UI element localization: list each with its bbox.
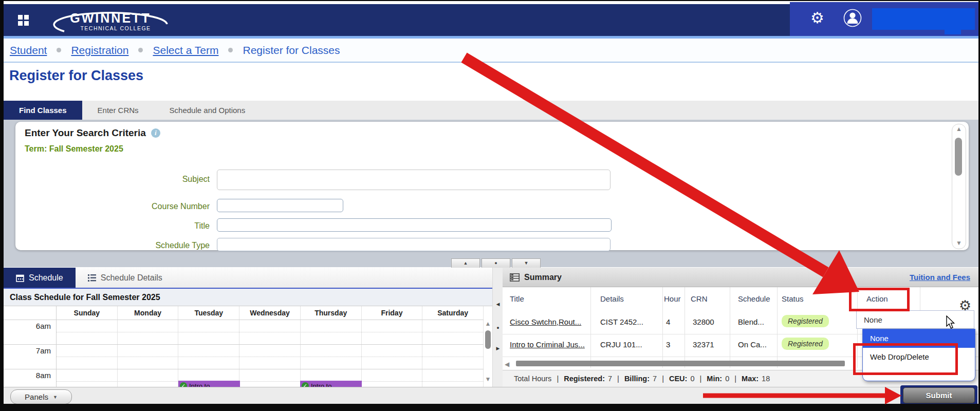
search-criteria-heading: Enter Your Search Criteria (25, 127, 146, 139)
event-link[interactable]: Intro to (311, 382, 331, 387)
bottom-bar: Panels ▼ Submit (4, 387, 978, 404)
frame-border (0, 0, 980, 1)
frame-border (0, 0, 4, 411)
event-link[interactable]: Intro to (189, 382, 210, 387)
panels-button-label: Panels (25, 393, 48, 401)
summary-title: Summary (524, 273, 562, 282)
scrollbar-thumb[interactable] (485, 330, 491, 349)
title-input[interactable] (217, 218, 612, 232)
selected-term-label: Term: Fall Semester 2025 (25, 144, 123, 154)
tab-schedule-details[interactable]: Schedule Details (76, 268, 175, 288)
title-label: Title (15, 221, 210, 231)
tab-schedule[interactable]: Schedule (4, 268, 76, 288)
tab-enter-crns[interactable]: Enter CRNs (82, 101, 154, 120)
day-header: Friday (362, 306, 423, 320)
pane-collapse-left-button[interactable]: ◀ (493, 302, 503, 307)
caret-down-icon: ▼ (53, 395, 58, 400)
main-tab-bar: Find Classes Enter CRNs Schedule and Opt… (4, 101, 978, 120)
action-select[interactable]: None (856, 310, 974, 329)
tab-find-classes[interactable]: Find Classes (4, 101, 82, 120)
column-header-status: Status (782, 294, 804, 303)
schedule-details-tab-label: Schedule Details (101, 273, 162, 283)
day-header: Monday (118, 306, 179, 320)
schedule-type-label: Schedule Type (15, 241, 210, 250)
summary-header: Summary Tuition and Fees (503, 268, 978, 287)
scroll-up-icon[interactable]: ▲ (484, 319, 492, 328)
tab-schedule-and-options[interactable]: Schedule and Options (154, 101, 261, 120)
day-header: Thursday (301, 306, 362, 320)
top-navbar: GWINNETT TECHNICAL COLLEGE ⚙ (4, 4, 978, 36)
breadcrumb-separator-icon (228, 48, 233, 52)
status-badge: Registered (782, 338, 829, 350)
schedule-tab-label: Schedule (29, 273, 63, 283)
scroll-down-icon[interactable]: ▼ (484, 375, 492, 384)
pane-restore-button[interactable]: ● (482, 258, 510, 268)
list-icon (88, 274, 96, 282)
course-title-link[interactable]: Intro to Criminal Jus... (510, 340, 585, 349)
scroll-down-icon[interactable]: ▼ (952, 238, 966, 248)
pane-restore-button[interactable]: ● (493, 325, 503, 330)
time-label: 8am (4, 369, 57, 387)
column-header-crn: CRN (691, 294, 708, 303)
schedule-event-thursday[interactable]: ✓ Intro to (300, 381, 362, 387)
course-details: CRJU 101... (600, 340, 642, 349)
subject-input[interactable] (217, 170, 611, 190)
user-name-redaction (872, 8, 975, 30)
breadcrumb-registration[interactable]: Registration (71, 44, 128, 57)
action-dropdown-list: None Web Drop/Delete (862, 329, 975, 381)
breadcrumb-select-a-term[interactable]: Select a Term (153, 44, 218, 57)
time-label: 6am (4, 320, 57, 344)
column-header-hours: Hour (664, 294, 683, 303)
summary-horizontal-scrollbar[interactable]: ◀ (505, 360, 864, 367)
pane-collapse-right-button[interactable]: ▶ (493, 346, 503, 351)
totals-prefix: Total Hours (514, 375, 551, 383)
summary-icon (510, 273, 520, 282)
schedule-panel: Schedule Schedule Details Class Schedule… (4, 268, 492, 387)
subject-label: Subject (15, 175, 210, 184)
submit-button[interactable]: Submit (903, 387, 975, 403)
gwinnett-logo[interactable]: GWINNETT TECHNICAL COLLEGE (50, 7, 173, 38)
pane-splitter[interactable]: ◀ ● ▶ (492, 268, 504, 387)
check-icon: ✓ (302, 382, 309, 387)
course-number-label: Course Number (15, 202, 210, 211)
course-hours: 4 (666, 317, 670, 326)
course-title-link[interactable]: Cisco Swtchn,Rout... (510, 317, 581, 326)
schedule-caption: Class Schedule for Fall Semester 2025 (4, 289, 492, 306)
course-number-input[interactable] (217, 199, 343, 212)
day-header-row: Sunday Monday Tuesday Wednesday Thursday… (4, 306, 484, 320)
scroll-up-icon[interactable]: ▲ (952, 124, 966, 134)
action-option-web-drop-delete[interactable]: Web Drop/Delete (863, 348, 975, 366)
schedule-scrollbar[interactable]: ▲ ▼ (484, 319, 492, 384)
scrollbar-thumb[interactable] (516, 361, 845, 366)
breadcrumb-student[interactable]: Student (10, 44, 47, 57)
info-icon[interactable]: i (151, 128, 160, 138)
pane-resize-controls: ▲ ● ▼ (451, 258, 541, 268)
course-crn: 32800 (693, 317, 714, 326)
tuition-and-fees-link[interactable]: Tuition and Fees (910, 273, 970, 282)
course-crn: 32371 (693, 340, 714, 349)
user-avatar-icon[interactable] (843, 8, 862, 30)
course-schedule: Blend... (738, 317, 764, 326)
column-header-title: Title (510, 294, 524, 303)
course-hours: 3 (666, 340, 670, 349)
registration-page: GWINNETT TECHNICAL COLLEGE ⚙ Student Reg… (0, 0, 980, 411)
search-panel-scrollbar[interactable]: ▲ ▼ (952, 124, 966, 249)
panels-button[interactable]: Panels ▼ (10, 389, 72, 404)
calendar-icon (16, 274, 24, 282)
schedule-event-tuesday[interactable]: ✓ Intro to (178, 381, 240, 387)
status-badge: Registered (782, 315, 829, 327)
schedule-type-input[interactable] (217, 238, 611, 251)
settings-gear-icon[interactable]: ⚙ (810, 10, 824, 26)
scroll-left-icon[interactable]: ◀ (505, 360, 509, 369)
course-schedule: On Ca... (738, 340, 767, 349)
pane-expand-down-button[interactable]: ▼ (512, 258, 541, 268)
schedule-tab-bar: Schedule Schedule Details (4, 268, 492, 289)
action-option-none[interactable]: None (863, 329, 975, 348)
scrollbar-thumb[interactable] (955, 138, 962, 176)
user-name-redaction-tab (945, 30, 961, 34)
day-header: Saturday (422, 306, 484, 320)
pane-expand-up-button[interactable]: ▲ (451, 258, 480, 268)
app-menu-icon[interactable] (18, 15, 29, 26)
check-icon: ✓ (180, 382, 187, 387)
schedule-grid: 6am 7am 8am ✓ Intro to ✓ Intro to (4, 320, 484, 387)
